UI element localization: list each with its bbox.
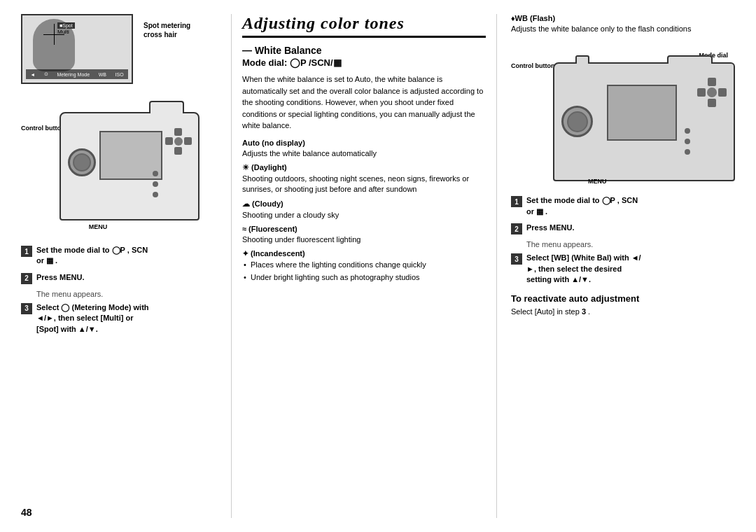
step-text-3: Select ◯ (Metering Mode) with◄/►, then s… xyxy=(36,302,149,335)
right-column: ♦WB (Flash) Adjusts the white balance on… xyxy=(497,14,742,518)
side-dots-left xyxy=(151,169,160,199)
lens-inner-left xyxy=(73,153,91,172)
flash-heading: ♦WB (Flash) xyxy=(511,14,742,22)
step-r-num-3: 3 xyxy=(511,253,522,265)
vf-labels: ■Spot Multi xyxy=(57,22,75,35)
lens-right xyxy=(561,106,593,137)
viewfinder-icon-bar: ◄ ⊙ Metering Mode WB ISO xyxy=(26,69,128,79)
auto-no-display-body: Adjusts the white balance automatically xyxy=(242,148,486,159)
ctrl-button-label-right: Control button xyxy=(511,62,554,69)
step-r-text-1: Set the mode dial to ◯P , SCNor ▦ . xyxy=(526,195,638,217)
vf-icon-3: Metering Mode xyxy=(57,72,90,77)
step-num-1: 1 xyxy=(21,246,32,257)
white-balance-heading: — White Balance xyxy=(242,45,486,56)
camera-diagram-right-wrapper: Control button Mode dial xyxy=(511,41,742,188)
step-sub-2: The menu appears. xyxy=(36,290,217,298)
step-r-text-2: Press MENU. xyxy=(526,223,574,233)
multi-label: Multi xyxy=(57,29,75,35)
auto-no-display-heading: Auto (no display) xyxy=(242,139,486,147)
ctrl-button-label-left: Control button xyxy=(21,125,64,132)
flash-bump xyxy=(575,55,589,64)
dpad-down-r xyxy=(708,99,716,107)
menu-label-left: MENU xyxy=(21,223,175,230)
step-r-num-1: 1 xyxy=(511,196,522,207)
dot-r3 xyxy=(685,149,690,155)
step-num-2: 2 xyxy=(21,273,32,284)
step-right-1: 1 Set the mode dial to ◯P , SCNor ▦ . xyxy=(511,195,742,217)
viewfinder-diagram: ■Spot Multi ◄ ⊙ Metering Mode WB ISO xyxy=(21,14,133,84)
step-right-3: 3 Select [WB] (White Bal) with ◄/►, then… xyxy=(511,253,742,285)
camera-top-right xyxy=(667,55,713,64)
camera-body-right xyxy=(553,62,735,181)
step-text-2: Press MENU. xyxy=(36,272,84,283)
step-left-3: 3 Select ◯ (Metering Mode) with◄/►, then… xyxy=(21,302,217,335)
vf-icon-1: ◄ xyxy=(30,72,35,77)
lens-inner-right xyxy=(567,111,588,132)
dpad-right-camera xyxy=(697,78,727,107)
page-title: Adjusting color tones xyxy=(242,14,486,38)
flash-body: Adjusts the white balance only to the fl… xyxy=(511,24,742,34)
dpad-center-left xyxy=(174,137,183,146)
daylight-heading: ☀ (Daylight) xyxy=(242,163,486,172)
dpad-left-left xyxy=(165,137,173,145)
page-number: 48 xyxy=(21,507,32,518)
to-reactivate-body: Select [Auto] in step 3 . xyxy=(511,307,742,317)
dot-r1 xyxy=(685,128,690,134)
dpad-center-right xyxy=(707,88,717,97)
cloudy-body: Shooting under a cloudy sky xyxy=(242,210,486,220)
vf-icon-iso: ISO xyxy=(115,72,124,77)
camera-body-left xyxy=(59,112,200,220)
step-left-2: 2 Press MENU. xyxy=(21,272,217,284)
screen-right xyxy=(607,85,677,141)
controls-left xyxy=(164,127,192,155)
page-container: ■Spot Multi ◄ ⊙ Metering Mode WB ISO Spo… xyxy=(0,0,756,532)
flash-section: ♦WB (Flash) Adjusts the white balance on… xyxy=(511,14,742,34)
dpad-right-r xyxy=(718,88,727,97)
dpad-right-left xyxy=(184,137,192,145)
step-text-1: Set the mode dial to ◯P , SCNor ▦ . xyxy=(36,245,148,267)
dot3 xyxy=(153,192,158,197)
dpad-left-r xyxy=(697,88,706,97)
menu-label-right: MENU xyxy=(588,178,607,185)
dot-r2 xyxy=(685,139,690,144)
camera-top-bump-left xyxy=(149,101,184,113)
incandescent-heading: ✦ (Incandescent) xyxy=(242,249,486,258)
cloudy-heading: ☁ (Cloudy) xyxy=(242,200,486,209)
step-r-text-3: Select [WB] (White Bal) with ◄/►, then s… xyxy=(526,253,641,285)
camera-diagram-left: Control button Mode dial xyxy=(21,112,175,234)
steps-left: 1 Set the mode dial to ◯P , SCNor ▦ . 2 … xyxy=(21,245,217,335)
mode-dial-line: Mode dial: ◯P /SCN/▦ xyxy=(242,57,486,68)
spot-metering-label: Spot meteringcross hair xyxy=(144,21,190,39)
steps-right: 1 Set the mode dial to ◯P , SCNor ▦ . 2 … xyxy=(511,195,742,285)
step-r-sub-2: The menu appears. xyxy=(526,240,742,248)
spot-label: ■Spot xyxy=(57,22,75,29)
lens-left xyxy=(68,148,96,176)
dot1 xyxy=(153,171,158,176)
dot2 xyxy=(153,181,158,187)
dpad-up-r xyxy=(708,78,716,86)
left-column: ■Spot Multi ◄ ⊙ Metering Mode WB ISO Spo… xyxy=(21,14,231,518)
vf-icon-2: ⊙ xyxy=(44,71,48,77)
incandescent-bullet-1: Places where the lighting conditions cha… xyxy=(242,260,486,270)
to-reactivate-heading: To reactivate auto adjustment xyxy=(511,293,742,304)
fluorescent-heading: ≈ (Fluorescent) xyxy=(242,225,486,233)
step-right-2: 2 Press MENU. xyxy=(511,223,742,234)
dpad-up-left xyxy=(174,128,182,136)
step-left-1: 1 Set the mode dial to ◯P , SCNor ▦ . xyxy=(21,245,217,267)
daylight-body: Shooting outdoors, shooting night scenes… xyxy=(242,174,486,195)
side-dots-right xyxy=(683,127,692,156)
intro-body: When the white balance is set to Auto, t… xyxy=(242,74,486,132)
step-r-num-2: 2 xyxy=(511,223,522,234)
fluorescent-body: Shooting under fluorescent lighting xyxy=(242,234,486,245)
middle-column: Adjusting color tones — White Balance Mo… xyxy=(231,14,497,518)
incandescent-bullet-2: Under bright lighting such as photograph… xyxy=(242,272,486,283)
dpad-down-left xyxy=(174,147,182,155)
step-num-3: 3 xyxy=(21,303,32,314)
vf-icon-wb: WB xyxy=(99,72,106,77)
